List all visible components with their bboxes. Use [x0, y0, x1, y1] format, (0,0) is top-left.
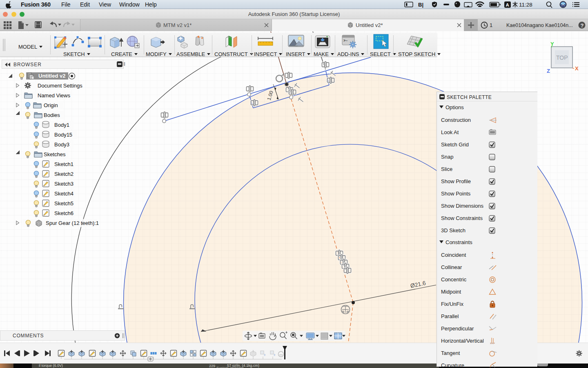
svg-text:Sketch Grid: Sketch Grid [441, 141, 469, 148]
svg-text:Snap: Snap [441, 154, 453, 160]
svg-text:Named Views: Named Views [38, 92, 70, 99]
svg-text:Z: Z [547, 68, 550, 74]
svg-text:Body3: Body3 [54, 141, 69, 148]
svg-text:Spur Gear (12 teeth):1: Spur Gear (12 teeth):1 [46, 220, 99, 226]
svg-text:Look At: Look At [441, 129, 459, 135]
svg-text:Midpoint: Midpoint [441, 289, 461, 295]
svg-text:Kae0104nagano Kae0104n...: Kae0104nagano Kae0104n... [506, 22, 573, 28]
svg-text:B|: B| [418, 2, 423, 8]
svg-text:1: 1 [490, 22, 492, 28]
svg-text:Coincident: Coincident [441, 252, 466, 258]
svg-text:Origin: Origin [44, 102, 58, 108]
svg-text:Sketch3: Sketch3 [54, 181, 74, 187]
svg-text:Sketch4: Sketch4 [54, 191, 74, 197]
svg-text:Parallel: Parallel [441, 313, 459, 319]
svg-text:Show Profile: Show Profile [441, 178, 471, 184]
svg-text:Sketch5: Sketch5 [54, 200, 74, 206]
svg-text:A: A [506, 2, 509, 7]
svg-text:Constraints: Constraints [445, 239, 472, 245]
svg-text:Body1: Body1 [54, 122, 69, 128]
svg-text:Sketch1: Sketch1 [54, 161, 74, 167]
svg-text:TOP: TOP [556, 54, 568, 61]
svg-text:Concentric: Concentric [441, 276, 467, 283]
svg-text:Tangent: Tangent [441, 350, 460, 356]
svg-text:11:28: 11:28 [519, 2, 532, 8]
svg-text:Sketches: Sketches [44, 151, 66, 157]
svg-text:Y: Y [550, 41, 554, 47]
svg-text:Slice: Slice [441, 166, 452, 172]
svg-text:Sketch2: Sketch2 [54, 171, 74, 177]
svg-text:Curvature: Curvature [441, 362, 464, 368]
svg-text:Bodies: Bodies [44, 112, 60, 118]
svg-text:Perpendicular: Perpendicular [441, 325, 474, 332]
svg-text:MTM v2 v1*: MTM v2 v1* [163, 22, 192, 28]
svg-text:Construction: Construction [441, 117, 471, 123]
svg-text:?: ? [581, 22, 584, 29]
svg-text:>-: >- [343, 39, 348, 43]
svg-text:Untitled v2: Untitled v2 [38, 73, 65, 79]
svg-text:Horizontal/Vertical: Horizontal/Vertical [441, 338, 484, 344]
svg-text:Untitled v2*: Untitled v2* [356, 22, 383, 28]
svg-text:3D Sketch: 3D Sketch [441, 227, 466, 233]
svg-text:Show Points: Show Points [441, 191, 471, 197]
svg-text:Show Dimensions: Show Dimensions [441, 203, 484, 209]
svg-text:Document Settings: Document Settings [38, 83, 82, 89]
svg-text:Sketch6: Sketch6 [54, 210, 74, 216]
svg-text:Collinear: Collinear [441, 264, 462, 270]
svg-text:X: X [575, 65, 579, 72]
svg-text:Show Constraints: Show Constraints [441, 215, 483, 221]
svg-text:Options: Options [445, 104, 464, 110]
svg-text:Body15: Body15 [54, 132, 72, 138]
svg-text:Fix/UnFix: Fix/UnFix [441, 301, 463, 307]
